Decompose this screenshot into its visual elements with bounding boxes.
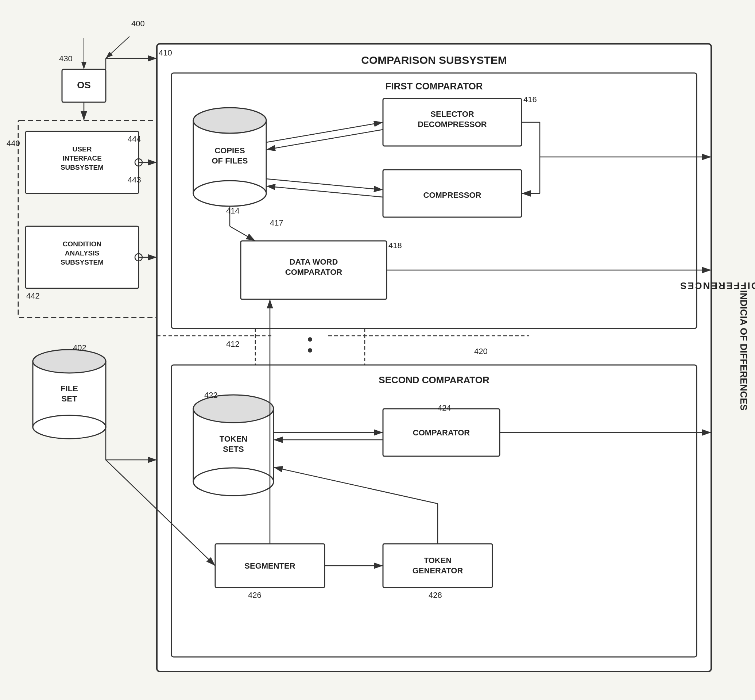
ref-410: 410 [159,48,172,58]
ref-420: 420 [474,347,488,356]
ref-422: 422 [204,391,218,400]
svg-text:ANALYSIS: ANALYSIS [65,249,99,257]
svg-text:DATA WORD: DATA WORD [290,257,338,266]
ref-400: 400 [131,19,145,28]
svg-text:SUBSYSTEM: SUBSYSTEM [61,164,104,171]
ref-412: 412 [226,339,240,349]
svg-text:SET: SET [62,394,77,403]
svg-text:USER: USER [73,145,92,153]
svg-point-4 [193,108,266,133]
svg-point-66 [308,348,312,353]
ref-416: 416 [523,95,537,105]
second-comparator-label: SECOND COMPARATOR [379,375,490,385]
ref-428: 428 [429,591,442,600]
ref-443: 443 [128,175,141,185]
svg-point-19 [193,468,273,495]
ref-440: 440 [6,139,20,148]
svg-point-41 [33,350,106,373]
ref-424: 424 [438,403,451,413]
ref-430: 430 [59,54,73,64]
comparison-subsystem-label: COMPARISON SUBSYSTEM [361,54,507,66]
first-comparator-label: FIRST COMPARATOR [385,81,482,92]
svg-text:DECOMPRESSOR: DECOMPRESSOR [418,120,487,129]
svg-text:SUBSYSTEM: SUBSYSTEM [61,258,104,266]
svg-text:COPIES: COPIES [214,146,245,155]
svg-rect-32 [25,131,139,194]
svg-text:OS: OS [77,80,91,91]
ref-444: 444 [128,134,141,144]
indicia-of-differences-label: INDICIA OF DIFFERENCES [738,290,749,411]
svg-rect-26 [383,544,492,588]
diagram-svg: COMPARISON SUBSYSTEM FIRST COMPARATOR CO… [0,0,755,700]
svg-rect-36 [25,226,139,288]
svg-text:SEGMENTER: SEGMENTER [244,561,295,570]
svg-text:GENERATOR: GENERATOR [412,566,463,575]
svg-text:FILE: FILE [61,384,78,393]
svg-text:CONDITION: CONDITION [63,240,102,248]
svg-text:COMPRESSOR: COMPRESSOR [423,191,482,200]
svg-text:SELECTOR: SELECTOR [431,109,474,119]
svg-text:INTERFACE: INTERFACE [62,155,102,162]
svg-text:OF FILES: OF FILES [212,156,248,165]
ref-402: 402 [73,343,86,353]
svg-text:TOKEN: TOKEN [220,434,248,444]
diagram-container: COMPARISON SUBSYSTEM FIRST COMPARATOR CO… [0,0,755,700]
ref-442: 442 [26,291,40,301]
svg-text:TOKEN: TOKEN [424,556,452,565]
svg-text:COMPARATOR: COMPARATOR [285,267,343,277]
ref-426: 426 [248,591,262,600]
ref-417: 417 [270,218,283,228]
indicia-of-differences-label: INDICIA OF DIFFERENCES [679,280,755,291]
ref-418: 418 [388,241,402,250]
svg-text:COMPARATOR: COMPARATOR [413,428,470,437]
ref-414: 414 [226,206,240,216]
svg-point-42 [33,415,106,439]
svg-point-65 [308,337,312,342]
svg-text:SETS: SETS [223,445,243,454]
svg-point-5 [193,181,266,206]
